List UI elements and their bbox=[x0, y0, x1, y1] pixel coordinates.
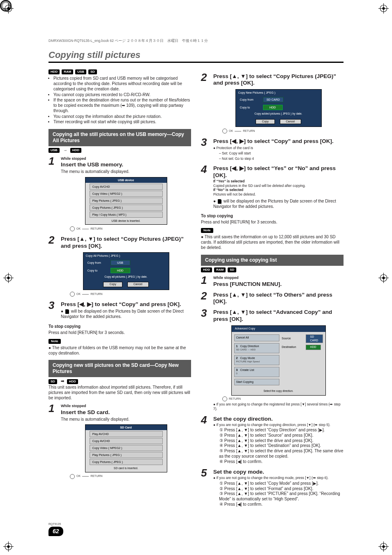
note-badge: Note bbox=[48, 339, 61, 344]
step-heading: Set the copy mode. bbox=[213, 469, 344, 476]
section-heading-copy-list: Copying using the copying list bbox=[201, 255, 344, 266]
sub-heading: If “No” is selected bbox=[213, 188, 344, 192]
step-number: 1 bbox=[201, 276, 210, 288]
ui-value: HDD bbox=[111, 268, 130, 273]
step-1b: 1 While stopped Insert the SD card. The … bbox=[48, 404, 191, 479]
list-item: You cannot copy pictures recorded to CD-… bbox=[53, 92, 191, 98]
ui-cancel-all: Cancel All bbox=[234, 334, 279, 341]
step-number: 4 bbox=[201, 165, 210, 210]
badge-sd: SD bbox=[88, 69, 97, 74]
stop-body: Press and hold [RETURN] for 3 seconds. bbox=[48, 330, 191, 336]
note-text: ● This unit saves the information on up … bbox=[201, 235, 344, 250]
ui-label: Copy to bbox=[240, 106, 261, 109]
ui-title: Copy All Pictures ( JPEG ) bbox=[83, 253, 169, 259]
step-number: 1 bbox=[48, 157, 58, 232]
crop-mark-icon bbox=[3, 541, 14, 552]
step-c3: 3Press [▲, ▼] to select “Advanced Copy” … bbox=[201, 309, 344, 412]
rqt-code: RQT9135 bbox=[48, 523, 63, 526]
step-3: 3 Press [◀, ▶] to select “Copy” and pres… bbox=[48, 301, 191, 320]
step-heading: Insert the USB memory. bbox=[61, 161, 191, 168]
badge-sd: SD bbox=[228, 267, 236, 272]
step-c1: 1While stoppedPress [FUNCTION MENU]. bbox=[201, 276, 344, 288]
crop-mark-icon bbox=[378, 3, 389, 14]
list-item: ② Press [▲, ▼] to select “Format” and pr… bbox=[219, 486, 344, 492]
page-number: 62 bbox=[48, 527, 63, 537]
step-number: 3 bbox=[48, 301, 58, 320]
step-number: 2 bbox=[201, 73, 210, 135]
return-ring-icon bbox=[222, 396, 227, 401]
sd-card-icon bbox=[65, 309, 69, 314]
intro-bullets: Pictures copied from SD card and USB mem… bbox=[48, 76, 191, 125]
ui-value: HDD bbox=[306, 345, 321, 350]
ui-row: 3Create List0 bbox=[234, 367, 279, 377]
path-row: USB → HDD bbox=[48, 148, 191, 153]
ui-message: Copy all pictures ( JPEG ) by date. bbox=[83, 274, 169, 280]
ui-title: Copy New Pictures ( JPEG ) bbox=[236, 90, 321, 96]
badge-hdd: HDD bbox=[67, 379, 78, 384]
step-number: 1 bbox=[48, 404, 58, 479]
list-item: ② Press [▲, ▼] to select “Source” and pr… bbox=[219, 433, 344, 438]
list-item: ④ Press [▲, ▼] to select “Destination” a… bbox=[219, 443, 344, 449]
crop-mark-icon bbox=[378, 541, 389, 552]
section-heading-copy-new: Copying new still pictures on the SD car… bbox=[48, 360, 191, 377]
step-heading: Insert the SD card. bbox=[61, 409, 191, 416]
badge-ram: RAM bbox=[62, 69, 73, 74]
step-lead: While stopped bbox=[61, 157, 191, 161]
ui-label: Copy to bbox=[88, 269, 108, 272]
step-heading: Press [▲, ▼] to select “Copy Pictures (J… bbox=[213, 73, 344, 87]
numbered-sublist: ① Press [▲, ▼] to select “Copy Direction… bbox=[219, 428, 344, 464]
step-number: 2 bbox=[201, 291, 210, 306]
badge-usb: USB bbox=[75, 69, 86, 74]
section-heading-copy-all: Copying all the still pictures on the US… bbox=[48, 129, 191, 146]
step-4r: 4 Press [◀, ▶] to select “Yes” or “No” a… bbox=[201, 165, 344, 210]
stop-heading: To stop copying bbox=[48, 324, 191, 329]
ok-ring-icon bbox=[70, 292, 75, 297]
ui-copy-new-pictures: Copy New Pictures ( JPEG ) Copy fromSD C… bbox=[235, 89, 322, 127]
step-heading: Press [◀, ▶] to select “Yes” or “No” and… bbox=[213, 165, 344, 179]
title-rule bbox=[48, 62, 344, 63]
arrow-icon: ➡ bbox=[61, 379, 64, 384]
ui-menu-item: Copy AVCHD bbox=[90, 184, 163, 190]
ui-footer: OKRETURN bbox=[70, 474, 191, 479]
step-subtext: The menu is automatically displayed. bbox=[61, 417, 191, 422]
list-item: ④ Press [◀] to confirm. bbox=[219, 502, 344, 507]
step-heading: Press [◀, ▶] to select “Copy” and press … bbox=[213, 138, 344, 145]
ui-copy-all-pictures: Copy All Pictures ( JPEG ) Copy fromUSB … bbox=[83, 252, 169, 290]
step-text: ● Protection of the card is bbox=[213, 146, 344, 150]
arrow-icon: → bbox=[63, 148, 67, 153]
ok-ring-icon bbox=[222, 129, 227, 134]
step-number: 2 bbox=[48, 235, 58, 297]
after-ui-text: ● If you are not going to change the reg… bbox=[213, 402, 344, 411]
note-text: ● The structure of folders on the USB me… bbox=[48, 345, 191, 356]
badge-hdd: HDD bbox=[70, 148, 81, 153]
step-heading: Press [▲, ▼] to select “Copy Pictures (J… bbox=[61, 236, 191, 250]
ui-usb-device: USB device Copy AVCHD Copy Video ( MPEG2… bbox=[85, 177, 167, 225]
list-item: You cannot copy the information about th… bbox=[53, 114, 191, 120]
list-item: ③ Press [▲, ▼] to select the drive and p… bbox=[219, 438, 344, 444]
media-badges: HDD RAM SD bbox=[201, 267, 344, 273]
sd-card-icon bbox=[218, 199, 221, 204]
crop-mark-icon bbox=[3, 3, 14, 14]
ui-footer: OKRETURN bbox=[70, 226, 191, 231]
ui-footer-text: Select the copy direction. bbox=[232, 389, 325, 395]
ui-label: Source bbox=[282, 337, 303, 341]
step-1: 1 While stopped Insert the USB memory. T… bbox=[48, 157, 191, 232]
step-number: 4 bbox=[201, 415, 210, 465]
step-heading: Press [FUNCTION MENU]. bbox=[213, 281, 344, 288]
list-item: Timer recording will not start while cop… bbox=[53, 120, 191, 125]
ui-menu-item: Play Pictures ( JPEG ) bbox=[90, 198, 163, 204]
list-item: ① Press [▲, ▼] to select “Copy Direction… bbox=[219, 428, 344, 433]
step-heading: Press [▲, ▼] to select “To Others” and p… bbox=[213, 292, 344, 306]
ui-row: 2Copy ModePICTURE High Speed bbox=[234, 355, 279, 365]
ui-value: USB bbox=[111, 260, 130, 265]
list-item: ⑥ Press [◀] to confirm. bbox=[219, 459, 344, 465]
list-item: ① Press [▲, ▼] to select “Copy Mode” and… bbox=[219, 481, 344, 486]
step-note: ● will be displayed on the Pictures by D… bbox=[61, 309, 191, 320]
stop-heading: To stop copying bbox=[201, 214, 344, 219]
badge-hdd: HDD bbox=[48, 69, 60, 74]
crop-mark-icon bbox=[378, 273, 389, 283]
step-heading: Press [◀, ▶] to select “Copy” and press … bbox=[61, 301, 191, 308]
badge-ram: RAM bbox=[214, 267, 226, 272]
ui-value: SD CARD bbox=[306, 334, 323, 343]
ui-message: USB device is inserted. bbox=[85, 219, 167, 224]
